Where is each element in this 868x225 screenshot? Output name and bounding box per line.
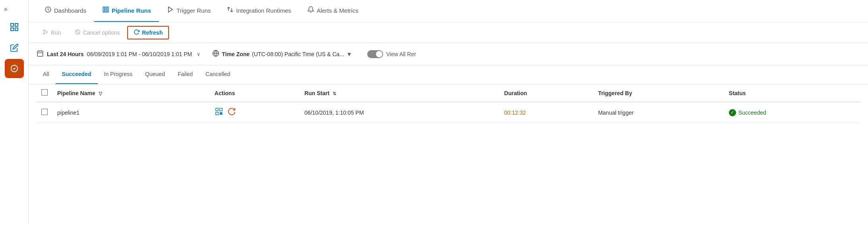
tab-integration-runtimes[interactable]: Integration Runtimes (219, 0, 299, 22)
th-pipeline-name: Pipeline Name ▽ (52, 84, 210, 102)
pipeline-runs-icon (102, 6, 109, 15)
run-action-icon[interactable] (215, 107, 223, 118)
th-checkbox (37, 84, 52, 102)
status-tab-queued[interactable]: Queued (139, 65, 171, 84)
date-range-filter[interactable]: Last 24 Hours 06/09/2019 1:01 PM - 06/10… (37, 50, 200, 59)
row-actions-cell (210, 102, 300, 123)
alerts-metrics-icon (307, 6, 314, 15)
nav-tabs: Dashboards Pipeline Runs Trigger Runs In… (29, 0, 868, 22)
view-all-toggle[interactable] (367, 50, 383, 58)
svg-rect-21 (216, 112, 218, 115)
cancel-icon (75, 29, 81, 36)
row-checkbox[interactable] (41, 109, 48, 115)
trigger-runs-icon (167, 6, 174, 15)
dashboards-icon (45, 6, 52, 15)
row-status: ✓ Succeeded (724, 102, 860, 123)
run-start-sort-icon[interactable]: ⇅ (333, 91, 336, 96)
svg-rect-20 (220, 108, 222, 111)
select-all-checkbox[interactable] (41, 89, 48, 96)
table-header-row: Pipeline Name ▽ Actions Run Start ⇅ Dura… (37, 84, 860, 102)
svg-rect-3 (15, 28, 18, 31)
toggle-knob (376, 51, 382, 57)
run-icon (43, 29, 48, 36)
run-button[interactable]: Run (37, 26, 67, 39)
status-tab-succeeded[interactable]: Succeeded (56, 65, 98, 84)
svg-rect-2 (11, 28, 14, 31)
tab-dashboards[interactable]: Dashboards (37, 0, 94, 22)
row-pipeline-name: pipeline1 (52, 102, 210, 123)
status-succeeded-indicator: ✓ Succeeded (729, 109, 855, 116)
tab-trigger-runs[interactable]: Trigger Runs (159, 0, 219, 22)
svg-rect-13 (37, 51, 43, 57)
pipeline-name-filter-icon[interactable]: ▽ (99, 91, 102, 96)
sidebar-item-edit[interactable] (6, 40, 22, 56)
svg-rect-6 (103, 7, 104, 12)
th-status: Status (724, 84, 860, 102)
svg-rect-0 (11, 23, 14, 26)
tab-alerts-metrics[interactable]: Alerts & Metrics (299, 0, 366, 22)
row-action-icons (215, 107, 295, 118)
status-tabs: All Succeeded In Progress Queued Failed … (29, 65, 868, 84)
th-duration: Duration (500, 84, 593, 102)
refresh-icon (134, 29, 140, 36)
svg-rect-19 (216, 108, 218, 111)
svg-rect-7 (105, 7, 106, 12)
row-checkbox-cell (37, 102, 52, 123)
check-icon: ✓ (729, 109, 736, 116)
status-tab-in-progress[interactable]: In Progress (98, 65, 139, 84)
svg-marker-9 (169, 7, 173, 12)
filter-bar: Last 24 Hours 06/09/2019 1:01 PM - 06/10… (29, 43, 868, 65)
date-range-dropdown-arrow[interactable]: ∨ (197, 51, 200, 57)
timezone-dropdown-arrow[interactable]: ▼ (347, 51, 352, 57)
status-tab-failed[interactable]: Failed (171, 65, 199, 84)
refresh-button[interactable]: Refresh (127, 26, 169, 39)
row-duration: 00:12:32 (500, 102, 593, 123)
pipeline-runs-table: Pipeline Name ▽ Actions Run Start ⇅ Dura… (29, 84, 868, 225)
sidebar: » (0, 0, 29, 225)
row-run-start: 06/10/2019, 1:10:05 PM (300, 102, 500, 123)
sidebar-item-pipeline[interactable] (6, 61, 22, 76)
status-tab-all[interactable]: All (37, 65, 56, 84)
svg-line-12 (76, 30, 79, 34)
svg-rect-1 (15, 23, 18, 26)
rerun-action-icon[interactable] (227, 107, 236, 118)
svg-rect-8 (107, 7, 108, 12)
status-tab-cancelled[interactable]: Cancelled (199, 65, 236, 84)
timezone-filter[interactable]: Time Zone (UTC-08:00) Pacific Time (US &… (212, 50, 352, 59)
toolbar: Run Cancel options Refresh (29, 22, 868, 43)
table-row: pipeline1 (37, 102, 860, 123)
view-all-toggle-group: View All Rer (364, 50, 416, 58)
th-triggered-by: Triggered By (593, 84, 724, 102)
calendar-icon (37, 50, 44, 59)
th-run-start: Run Start ⇅ (300, 84, 500, 102)
row-triggered-by: Manual trigger (593, 102, 724, 123)
sidebar-collapse-button[interactable]: » (2, 4, 9, 14)
integration-runtimes-icon (227, 6, 234, 15)
main-content: Dashboards Pipeline Runs Trigger Runs In… (29, 0, 868, 225)
tab-pipeline-runs[interactable]: Pipeline Runs (94, 0, 159, 22)
sidebar-item-dashboards[interactable] (6, 19, 22, 35)
th-actions: Actions (210, 84, 300, 102)
cancel-options-button[interactable]: Cancel options (69, 26, 126, 39)
globe-icon (212, 50, 219, 59)
svg-marker-10 (44, 29, 47, 34)
